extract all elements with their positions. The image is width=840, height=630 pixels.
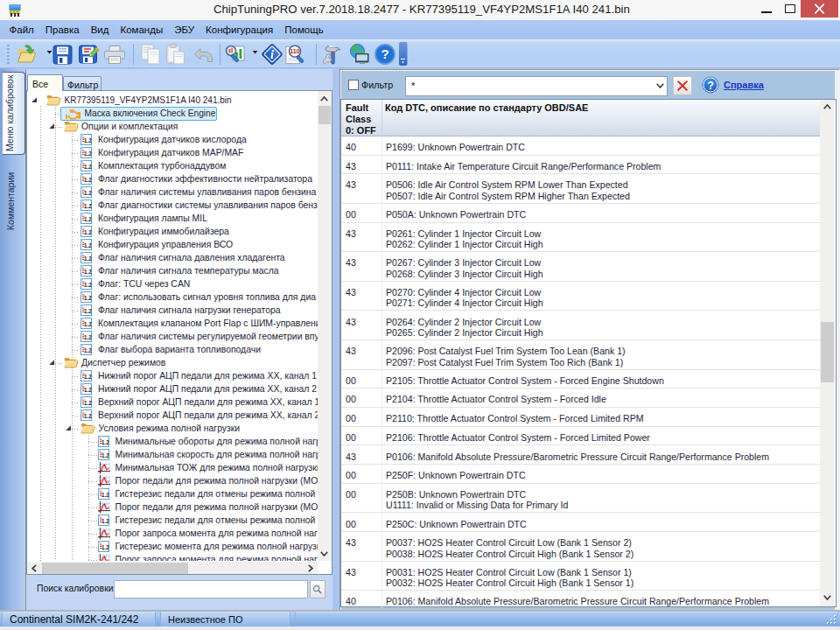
svg-text:?: ? — [707, 80, 714, 92]
svg-text:1.2: 1.2 — [84, 387, 92, 393]
svg-text:1.2: 1.2 — [84, 347, 92, 354]
svg-text:1.2: 1.2 — [84, 374, 92, 380]
svg-text:110: 110 — [290, 47, 300, 55]
svg-text:1.2: 1.2 — [84, 164, 92, 170]
svg-text:?: ? — [381, 46, 388, 61]
svg-text:1.2: 1.2 — [84, 203, 92, 209]
svg-text:1.2: 1.2 — [84, 282, 92, 288]
svg-text:1.2: 1.2 — [84, 150, 92, 157]
svg-text:1.2: 1.2 — [102, 439, 109, 445]
svg-text:1.2: 1.2 — [84, 256, 92, 262]
svg-text:1.2: 1.2 — [84, 400, 92, 406]
svg-text:1.2: 1.2 — [84, 321, 92, 327]
svg-text:1.2: 1.2 — [84, 190, 92, 196]
svg-text:1.2: 1.2 — [102, 518, 109, 524]
svg-text:1.2: 1.2 — [84, 295, 92, 301]
svg-text:1.2: 1.2 — [84, 269, 92, 275]
svg-text:1.2: 1.2 — [84, 216, 92, 222]
svg-text:i: i — [270, 48, 274, 61]
svg-text:1.2: 1.2 — [102, 452, 109, 458]
svg-text:1.2: 1.2 — [84, 413, 92, 419]
svg-text:1.2: 1.2 — [84, 229, 92, 235]
svg-text:1.2: 1.2 — [84, 177, 92, 183]
svg-text:1.2: 1.2 — [84, 308, 92, 314]
svg-text:1.2: 1.2 — [84, 242, 92, 248]
svg-text:1.2: 1.2 — [102, 544, 109, 550]
svg-text:1.2: 1.2 — [84, 334, 92, 340]
svg-text:1.2: 1.2 — [84, 137, 92, 144]
svg-text:1.2: 1.2 — [102, 492, 109, 498]
